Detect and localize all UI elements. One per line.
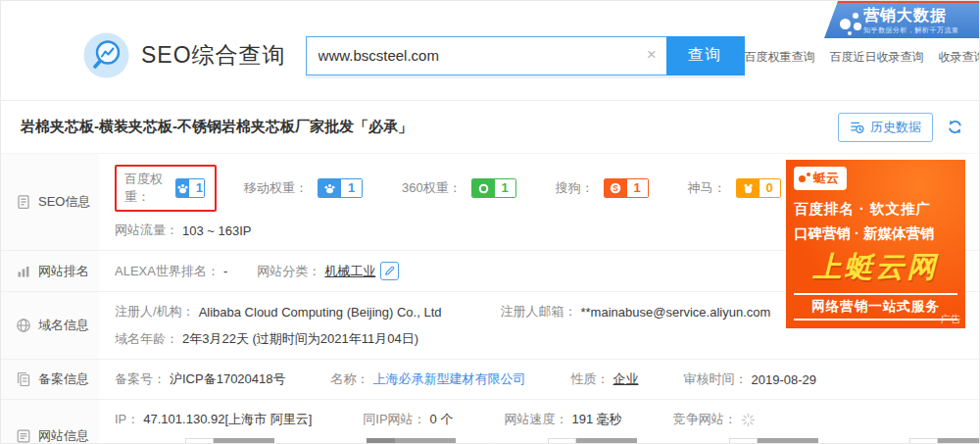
registrant: 注册人/机构： Alibaba Cloud Computing (Beijing… (115, 303, 441, 321)
ad-line-1: 百度排名 · 软文推广 (794, 200, 957, 219)
link-baidu-weight-query[interactable]: 百度权重查询 (745, 49, 815, 66)
baidu-paw-icon (729, 438, 758, 444)
age-value: 2年3月22天 (过期时间为2021年11月04日) (182, 330, 418, 348)
site-title: 岩棉夹芯板-横装夹芯板-不锈钢岩棉夹芯板厂家批发「必承」 (21, 118, 413, 136)
refresh-icon[interactable] (947, 119, 963, 135)
banner-title: 营销大数据 (863, 6, 973, 25)
list-icon (16, 428, 31, 444)
header: SEO综合查询 × 查询 百度权重查询 百度近日收录查询 收录查询 (1, 1, 979, 101)
section-site-info: 网站信息 IP： 47.101.130.92[上海市 阿里云] 同IP网站： 0… (1, 400, 979, 444)
clear-icon[interactable]: × (647, 45, 657, 65)
link-index-query[interactable]: 收录查询 (939, 49, 980, 66)
sidebar-label: 备案信息 (38, 370, 89, 388)
so360-weight-badge[interactable]: 1 (471, 178, 516, 198)
baidu-paw-icon (176, 179, 189, 197)
icp-nature-label: 性质： (571, 370, 610, 388)
mobile-weight-badge[interactable]: 1 (318, 178, 363, 198)
tingyun-ad-banner[interactable]: 蜓云 百度排名 · 软文推广 口碑营销 · 新媒体营销 上蜓云网 网络营销一站式… (786, 160, 965, 328)
registrant-email: 注册人邮箱： **mainabuse@service.aliyun.com (500, 303, 770, 321)
ssl-cert-badge[interactable]: SSL 未启用 (909, 438, 980, 444)
baidu-official-cert-badge[interactable]: 官网认证 (729, 438, 818, 444)
same-ip-label: 同IP网站： (363, 411, 425, 428)
marketing-bigdata-banner[interactable]: 营销大数据 知乎数据分析，解析千万流量 (824, 1, 979, 38)
alexa-label: ALEXA世界排名： (115, 263, 220, 280)
baidu-paw-icon (318, 179, 341, 197)
chuangyu-cert-badge[interactable]: v 创宇认证 (548, 438, 637, 444)
icp-name-label: 名称： (331, 370, 369, 388)
mobile-weight: 移动权重： 1 (244, 178, 363, 198)
bar-chart-icon (16, 264, 31, 279)
globe-icon (16, 318, 31, 333)
baidu-weight-highlight: 百度权重： 1 (115, 165, 217, 212)
sidebar-item-domain-info: 域名信息 (1, 292, 99, 359)
sidebar-label: 网站信息 (38, 427, 89, 444)
alexa-value: - (223, 264, 227, 278)
ip-info: IP： 47.101.130.92[上海市 阿里云] (115, 411, 312, 428)
trusted-encyclopedia: 可信百科： 可信百科 (115, 438, 274, 444)
badge-text: 官网认证 (758, 438, 818, 444)
speed-value: 191 毫秒 (571, 411, 621, 428)
badge-text: 水滴信用 (395, 438, 456, 444)
email-label: 注册人邮箱： (500, 303, 576, 321)
search-input[interactable] (306, 36, 666, 75)
badge-text: 未启用 (938, 438, 980, 444)
360-ring-icon (472, 179, 495, 197)
icp-company-link[interactable]: 上海必承新型建材有限公司 (373, 370, 526, 388)
speed-label: 网站速度： (504, 411, 567, 428)
ip-value: 47.101.130.92[上海市 阿里云] (143, 411, 312, 428)
so360-weight-label: 360权重： (402, 179, 462, 197)
sogou-weight-badge[interactable]: S 1 (604, 178, 649, 198)
chuangyu-cert: 创宇认证： v 创宇认证 (477, 438, 637, 444)
shenma-weight-value: 0 (760, 179, 780, 197)
traffic-label: 网站流量： (115, 222, 178, 239)
same-ip-value: 0 个 (430, 411, 454, 428)
icp-nature: 性质： 企业 (571, 370, 639, 388)
sidebar-label: 网站排名 (38, 263, 89, 280)
sogou-weight-value: 1 (627, 179, 648, 197)
sidebar-item-site-rank: 网站排名 (1, 251, 99, 291)
baidu-weight-value: 1 (189, 179, 205, 197)
page-logo-title: SEO综合查询 (141, 40, 286, 71)
search-box: × 查询 (306, 36, 745, 75)
icp-nature-value: 企业 (613, 370, 639, 388)
domain-age: 域名年龄： 2年3月22天 (过期时间为2021年11月04日) (115, 330, 418, 348)
registrant-label: 注册人/机构： (115, 303, 195, 321)
sogou-weight: 搜狗： S 1 (556, 178, 649, 198)
badge-text: 创宇认证 (576, 438, 637, 444)
same-ip-sites: 同IP网站： 0 个 (363, 411, 453, 428)
sidebar-item-site-info: 网站信息 (1, 400, 99, 444)
edit-category-icon[interactable] (380, 262, 399, 280)
section-icp-info: 备案信息 备案号： 沪ICP备17020418号 名称： 上海必承新型建材有限公… (1, 360, 979, 400)
water-drop-credit-badge[interactable]: 水滴信用 (367, 438, 456, 444)
seo-query-page: 营销大数据 知乎数据分析，解析千万流量 SEO综合查询 × 查询 百度权重查询 … (0, 0, 980, 444)
shenma-weight-badge[interactable]: 0 (736, 178, 781, 198)
title-bar: 岩棉夹芯板-横装夹芯板-不锈钢岩棉夹芯板厂家批发「必承」 历史数据 (1, 101, 979, 154)
ad-tag: 广告 (941, 313, 960, 326)
ad-line-4: 网络营销一站式服务 (794, 293, 957, 321)
sogou-s-icon: S (605, 179, 627, 197)
banner-subtitle: 知乎数据分析，解析千万流量 (863, 25, 973, 35)
icp-number: 备案号： 沪ICP备17020418号 (115, 370, 286, 388)
copy-document-icon (16, 371, 31, 387)
baidu-weight-label: 百度权重： (124, 171, 166, 206)
history-data-button[interactable]: 历史数据 (838, 113, 933, 142)
ad-line-2: 口碑营销 · 新媒体营销 (794, 224, 957, 243)
icp-number-value: 沪ICP备17020418号 (170, 370, 286, 388)
mobile-weight-value: 1 (341, 179, 362, 197)
query-button[interactable]: 查询 (666, 36, 745, 75)
baidu-reputation: 百度信誉： 官网认证 (659, 438, 818, 444)
ip-label: IP： (115, 411, 139, 428)
sidebar-label: 域名信息 (38, 317, 89, 334)
category-value[interactable]: 机械工业 (324, 263, 375, 280)
sogou-weight-label: 搜狗： (556, 179, 594, 197)
trusted-encyclopedia-badge[interactable]: 可信百科 (185, 438, 274, 444)
sidebar-item-seo-info: SEO信息 (1, 154, 99, 250)
link-baidu-recent-index-query[interactable]: 百度近日收录查询 (830, 49, 924, 66)
seo-logo-icon (83, 32, 129, 78)
age-label: 域名年龄： (115, 330, 178, 348)
molecule-icon (840, 11, 863, 36)
so360-weight-value: 1 (495, 179, 515, 197)
shenma-weight: 神马： 0 (688, 178, 781, 198)
baidu-weight-badge[interactable]: 1 (175, 178, 205, 198)
alexa-rank: ALEXA世界排名： - (115, 263, 227, 280)
